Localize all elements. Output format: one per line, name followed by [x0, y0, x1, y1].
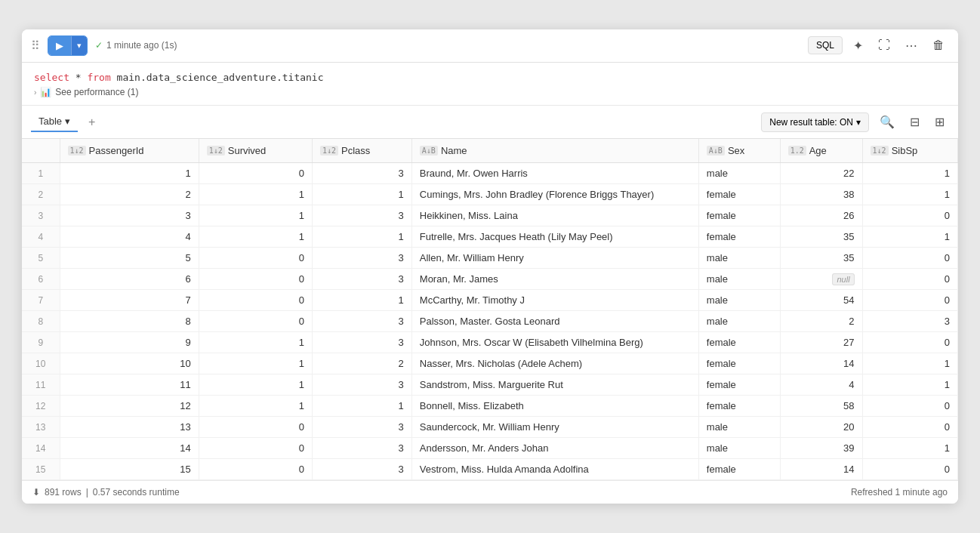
pclass-type-icon: 1↓2	[320, 146, 338, 156]
cell-survived: 0	[199, 163, 312, 184]
expand-button[interactable]: ⛶	[874, 35, 895, 55]
cell-survived: 1	[199, 205, 312, 226]
cell-sex: female	[698, 184, 780, 205]
row-number-header	[22, 139, 60, 163]
cell-age: 58	[780, 396, 862, 417]
cell-survived: 1	[199, 353, 312, 374]
cell-sibsp: 3	[862, 311, 957, 332]
passengerid-label: PassengerId	[89, 145, 144, 156]
col-header-sibsp[interactable]: 1↓2 SibSp	[862, 139, 957, 163]
magic-button[interactable]: ✦	[849, 35, 868, 56]
table-row: 131303Saundercock, Mr. William Henrymale…	[22, 417, 958, 438]
cell-sex: male	[698, 163, 780, 184]
new-result-label: New result table: ON	[769, 117, 853, 128]
performance-label: See performance (1)	[55, 87, 138, 97]
table-tab[interactable]: Table ▾	[31, 112, 78, 132]
cell-survived: 0	[199, 248, 312, 269]
row-number: 1	[22, 163, 60, 184]
cell-sibsp: 1	[862, 226, 957, 248]
cell-sex: female	[698, 226, 780, 248]
cell-pclass: 1	[313, 396, 412, 417]
results-area: Table ▾ + New result table: ON ▾ 🔍 ⊟ ⊞	[22, 106, 958, 504]
col-header-pclass[interactable]: 1↓2 Pclass	[313, 139, 412, 163]
runtime-text: 0.57 seconds runtime	[93, 487, 180, 498]
cell-sex: female	[698, 353, 780, 374]
cell-survived: 0	[199, 438, 312, 459]
run-dropdown-button[interactable]: ▾	[71, 36, 87, 55]
run-button-group: ▶ ▾	[48, 35, 88, 56]
sql-button[interactable]: SQL	[808, 36, 843, 54]
col-header-age[interactable]: 1.2 Age	[780, 139, 862, 163]
code-editor: select * from main.data_science_adventur…	[22, 63, 958, 106]
cell-pclass: 2	[313, 353, 412, 374]
data-table: 1↓2 PassengerId 1↓2 Survived	[22, 139, 958, 480]
cell-sex: female	[698, 396, 780, 417]
table-row: 9913Johnson, Mrs. Oscar W (Elisabeth Vil…	[22, 332, 958, 353]
sibsp-label: SibSp	[892, 145, 918, 156]
cell-name: Sandstrom, Miss. Marguerite Rut	[411, 374, 698, 396]
filter-button[interactable]: ⊟	[905, 112, 924, 132]
cell-pclass: 3	[313, 269, 412, 290]
cell-sibsp: 1	[862, 438, 957, 459]
cell-age: 4	[780, 374, 862, 396]
sex-label: Sex	[728, 145, 744, 156]
add-tab-button[interactable]: +	[84, 112, 100, 132]
columns-button[interactable]: ⊞	[930, 112, 949, 132]
footer-right: Refreshed 1 minute ago	[851, 487, 948, 498]
cell-pclass: 1	[313, 290, 412, 311]
drag-handle[interactable]: ⠿	[31, 39, 40, 53]
cell-sex: female	[698, 332, 780, 353]
name-type-icon: A↓B	[420, 146, 438, 156]
cell-sibsp: 1	[862, 184, 957, 205]
row-number: 2	[22, 184, 60, 205]
cell-sibsp: 0	[862, 332, 957, 353]
search-button[interactable]: 🔍	[875, 112, 899, 132]
cell-sibsp: 0	[862, 290, 957, 311]
cell-sex: male	[698, 269, 780, 290]
row-number: 6	[22, 269, 60, 290]
cell-pclass: 1	[313, 184, 412, 205]
more-button[interactable]: ⋯	[901, 35, 922, 56]
cell-sex: male	[698, 438, 780, 459]
cell-sibsp: 0	[862, 459, 957, 480]
col-header-sex[interactable]: A↓B Sex	[698, 139, 780, 163]
row-number: 15	[22, 459, 60, 480]
cell-age: 35	[780, 226, 862, 248]
col-header-passengerid[interactable]: 1↓2 PassengerId	[60, 139, 199, 163]
cell-passengerid: 9	[60, 332, 199, 353]
sql-line[interactable]: select * from main.data_science_adventur…	[34, 70, 946, 86]
results-footer: ⬇ 891 rows | 0.57 seconds runtime Refres…	[22, 480, 958, 504]
table-tab-label: Table	[39, 116, 62, 127]
download-icon[interactable]: ⬇	[32, 487, 40, 498]
cell-survived: 1	[199, 184, 312, 205]
performance-link[interactable]: › 📊 See performance (1)	[34, 85, 946, 99]
footer-left: ⬇ 891 rows | 0.57 seconds runtime	[32, 487, 180, 498]
cell-passengerid: 5	[60, 248, 199, 269]
col-header-name[interactable]: A↓B Name	[411, 139, 698, 163]
delete-button[interactable]: 🗑	[928, 35, 949, 55]
row-number: 7	[22, 290, 60, 311]
col-header-survived[interactable]: 1↓2 Survived	[199, 139, 312, 163]
new-result-table-button[interactable]: New result table: ON ▾	[761, 112, 869, 132]
cell-name: Cumings, Mrs. John Bradley (Florence Bri…	[411, 184, 698, 205]
cell-age: 35	[780, 248, 862, 269]
row-number: 12	[22, 396, 60, 417]
rows-count: 891 rows	[45, 487, 82, 498]
new-result-chevron-icon: ▾	[856, 117, 861, 128]
cell-passengerid: 1	[60, 163, 199, 184]
cell-name: Saundercock, Mr. William Henry	[411, 417, 698, 438]
cell-pclass: 3	[313, 205, 412, 226]
cell-name: Nasser, Mrs. Nicholas (Adele Achem)	[411, 353, 698, 374]
refreshed-text: Refreshed 1 minute ago	[851, 487, 948, 498]
run-button[interactable]: ▶	[48, 36, 71, 55]
perf-chart-icon: 📊	[40, 87, 51, 97]
row-number: 4	[22, 226, 60, 248]
keyword-from: from	[87, 72, 110, 83]
cell-survived: 1	[199, 332, 312, 353]
row-number: 14	[22, 438, 60, 459]
cell-passengerid: 2	[60, 184, 199, 205]
row-number: 13	[22, 417, 60, 438]
cell-sex: female	[698, 374, 780, 396]
cell-pclass: 3	[313, 311, 412, 332]
cell-name: Braund, Mr. Owen Harris	[411, 163, 698, 184]
